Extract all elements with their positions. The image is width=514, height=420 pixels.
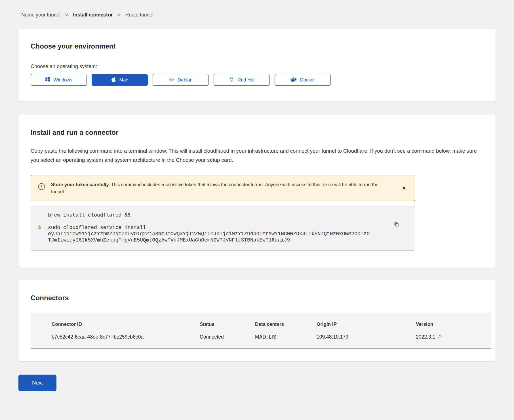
warning-triangle-icon — [437, 334, 443, 340]
breadcrumb-step-route-tunnel[interactable]: Route tunnel — [125, 12, 153, 18]
breadcrumb-step-install-connector[interactable]: Install connector — [73, 12, 113, 18]
os-button-windows[interactable]: Windows — [31, 74, 87, 86]
alert-circle-icon — [38, 183, 45, 192]
breadcrumb: Name your tunnel > Install connector > R… — [18, 12, 496, 18]
breadcrumb-separator: > — [65, 12, 68, 18]
code-line-token-2: TJmIiwicyI6Ik5XVmhZekpqTmpVdE5UQmtOQzAwT… — [48, 237, 370, 243]
connector-id-value: b7c52c42-6caa-48ee-8c77-fbe259cb6c0a — [52, 334, 200, 340]
token-warning-text: Store your token carefully. This command… — [51, 181, 390, 195]
os-button-debian[interactable]: Debian — [153, 74, 209, 86]
os-button-label: Debian — [178, 77, 192, 83]
code-line-brew: brew install cloudflared && — [48, 212, 131, 218]
install-command-code-block: brew install cloudflared && $ sudo cloud… — [31, 206, 415, 251]
os-button-row: Windows Mac Debian — [31, 74, 483, 86]
install-connector-card: Install and run a connector Copy-paste t… — [18, 115, 496, 268]
os-button-redhat[interactable]: Red Hat — [214, 74, 270, 86]
copy-icon[interactable] — [393, 221, 400, 229]
os-button-mac[interactable]: Mac — [92, 74, 148, 86]
column-header-data-centers: Data centers — [255, 322, 317, 327]
connectors-card: Connectors Connector ID Status Data cent… — [18, 280, 496, 361]
table-row: b7c52c42-6caa-48ee-8c77-fbe259cb6c0a Con… — [52, 334, 485, 340]
column-header-version: Version — [416, 322, 433, 327]
breadcrumb-step-name-your-tunnel[interactable]: Name your tunnel — [21, 12, 60, 18]
windows-logo-icon — [45, 77, 50, 83]
column-header-connector-id: Connector ID — [52, 322, 200, 327]
close-icon[interactable]: ✕ — [401, 185, 407, 192]
shell-prompt: $ — [38, 224, 48, 243]
apple-logo-icon — [111, 77, 116, 83]
connectors-title: Connectors — [31, 294, 483, 302]
os-select-label: Choose an operating system: — [31, 64, 483, 70]
os-button-label: Windows — [54, 77, 73, 83]
column-header-origin-ip: Origin IP — [317, 322, 416, 327]
version-value: 2022.3.1 — [416, 334, 443, 340]
debian-swirl-icon — [169, 77, 174, 83]
install-connector-description: Copy-paste the following command into a … — [31, 146, 483, 165]
docker-whale-icon — [290, 77, 297, 83]
next-button[interactable]: Next — [18, 375, 56, 391]
tux-penguin-icon — [229, 76, 234, 83]
os-button-label: Docker — [300, 77, 315, 83]
token-warning-banner: Store your token carefully. This command… — [31, 175, 415, 201]
table-header-row: Connector ID Status Data centers Origin … — [52, 322, 485, 327]
status-badge: Connected — [200, 334, 255, 340]
choose-environment-title: Choose your environment — [31, 42, 483, 50]
install-connector-title: Install and run a connector — [31, 129, 483, 136]
os-button-label: Mac — [119, 77, 128, 83]
code-prompt-spacer — [38, 212, 48, 218]
breadcrumb-separator: > — [117, 12, 120, 18]
data-centers-value: MAD, LIS — [255, 334, 317, 340]
code-line-token-1: eyJhIjoiOWM1YjczYzhmZGNmZDUyOTg2ZjA3NmJm… — [48, 231, 370, 237]
origin-ip-value: 109.48.10.179 — [317, 334, 416, 340]
connectors-table: Connector ID Status Data centers Origin … — [31, 313, 491, 348]
tunnel-setup-page: Name your tunnel > Install connector > R… — [0, 0, 514, 391]
os-button-docker[interactable]: Docker — [275, 74, 331, 86]
choose-environment-card: Choose your environment Choose an operat… — [18, 29, 496, 101]
version-number: 2022.3.1 — [416, 334, 435, 340]
code-line-command: sudo cloudflared service install — [48, 224, 370, 231]
column-header-status: Status — [200, 322, 255, 327]
os-button-label: Red Hat — [237, 77, 255, 83]
token-warning-bold: Store your token carefully. — [51, 182, 110, 187]
